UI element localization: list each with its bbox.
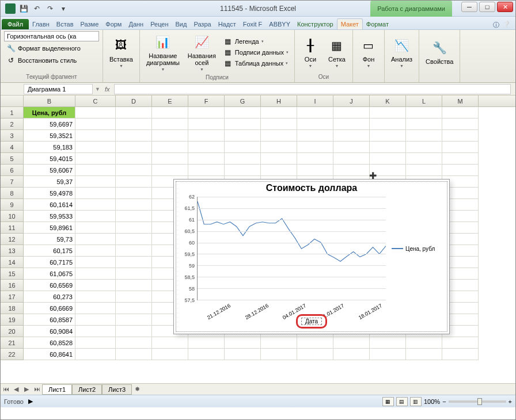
cell[interactable]: [406, 349, 442, 360]
normal-view-button[interactable]: ▦: [382, 397, 394, 406]
cell[interactable]: [261, 349, 297, 360]
cell[interactable]: [261, 165, 297, 176]
minimize-button[interactable]: ─: [461, 2, 477, 12]
cell[interactable]: 59,37: [24, 176, 75, 188]
cell[interactable]: [442, 107, 479, 119]
row-header[interactable]: 22: [1, 349, 24, 360]
row-header[interactable]: 10: [1, 211, 24, 222]
row-header[interactable]: 16: [1, 280, 24, 291]
cell[interactable]: [75, 199, 116, 211]
cell[interactable]: [75, 119, 116, 130]
zoom-out-button[interactable]: −: [442, 398, 446, 405]
cell[interactable]: [261, 130, 297, 142]
close-button[interactable]: ✕: [497, 2, 513, 12]
cell[interactable]: [75, 337, 116, 349]
cell[interactable]: [116, 245, 152, 257]
chart-element-selector[interactable]: Горизонтальная ось (ка: [4, 31, 99, 41]
cell[interactable]: [406, 107, 442, 119]
row-header[interactable]: 14: [1, 257, 24, 268]
cell[interactable]: [116, 303, 152, 314]
cell[interactable]: [406, 130, 442, 142]
format-selection-button[interactable]: 🔧Формат выделенного: [4, 43, 83, 54]
cell[interactable]: 60,6669: [24, 303, 75, 314]
cell[interactable]: [261, 119, 297, 130]
cell[interactable]: [297, 130, 333, 142]
select-all-corner[interactable]: [1, 96, 24, 106]
worksheet-grid[interactable]: BCDEFGHIJKLM 1Цена, рубл259,6697359,3521…: [1, 96, 515, 383]
cell[interactable]: [116, 268, 152, 280]
col-header-F[interactable]: F: [188, 96, 225, 106]
cell[interactable]: [333, 153, 370, 165]
cell[interactable]: [225, 107, 261, 119]
col-header-H[interactable]: H: [261, 96, 297, 106]
chart-title-text[interactable]: Стоимость доллара: [174, 180, 449, 197]
cell[interactable]: [75, 291, 116, 303]
cell[interactable]: [297, 165, 333, 176]
cell[interactable]: [333, 107, 370, 119]
cell[interactable]: [225, 349, 261, 360]
zoom-level[interactable]: 100%: [424, 398, 440, 405]
cell[interactable]: [442, 130, 479, 142]
tab-design[interactable]: Конструктор: [294, 19, 337, 29]
cell[interactable]: [116, 291, 152, 303]
cell[interactable]: 59,4978: [24, 188, 75, 199]
cell[interactable]: [116, 234, 152, 245]
row-header[interactable]: 4: [1, 142, 24, 153]
cell[interactable]: [442, 349, 479, 360]
cell[interactable]: [75, 245, 116, 257]
save-icon[interactable]: 💾: [18, 3, 29, 14]
cell[interactable]: [152, 107, 188, 119]
cell[interactable]: [297, 107, 333, 119]
cell[interactable]: [333, 165, 370, 176]
cell[interactable]: [152, 130, 188, 142]
insert-button[interactable]: 🖼 Вставка▼: [107, 35, 136, 70]
cell[interactable]: [116, 165, 152, 176]
cell[interactable]: [75, 222, 116, 234]
cell[interactable]: [333, 142, 370, 153]
cell[interactable]: [370, 119, 406, 130]
cell[interactable]: [297, 142, 333, 153]
cell[interactable]: 60,8528: [24, 337, 75, 349]
cell[interactable]: [152, 142, 188, 153]
cell[interactable]: 59,183: [24, 142, 75, 153]
chart-legend[interactable]: Цена, рубл: [392, 197, 449, 300]
embedded-chart[interactable]: Стоимость доллара 6261,56160,56059,55958…: [173, 179, 450, 334]
tab-view[interactable]: Вид: [172, 19, 191, 29]
cell[interactable]: [152, 337, 188, 349]
minimize-ribbon-icon[interactable]: ⓘ: [493, 21, 499, 29]
col-header-C[interactable]: C: [75, 96, 116, 106]
cell[interactable]: [116, 176, 152, 188]
row-header[interactable]: 9: [1, 199, 24, 211]
row-header[interactable]: 17: [1, 291, 24, 303]
cell[interactable]: Цена, рубл: [24, 107, 75, 119]
cell[interactable]: [116, 257, 152, 268]
cell[interactable]: [225, 142, 261, 153]
tab-page-layout[interactable]: Разме: [77, 19, 103, 29]
cell[interactable]: [75, 130, 116, 142]
cell[interactable]: 60,175: [24, 245, 75, 257]
legend-button[interactable]: ▦Легенда ▾: [221, 36, 291, 47]
cell[interactable]: 61,0675: [24, 268, 75, 280]
cell[interactable]: [261, 142, 297, 153]
cell[interactable]: [188, 130, 225, 142]
cell[interactable]: [152, 349, 188, 360]
cell[interactable]: [370, 142, 406, 153]
cell[interactable]: [188, 107, 225, 119]
name-box[interactable]: Диаграмма 1: [24, 84, 93, 94]
cell[interactable]: 60,273: [24, 291, 75, 303]
cell[interactable]: [442, 165, 479, 176]
cell[interactable]: [188, 349, 225, 360]
cell[interactable]: [75, 176, 116, 188]
cell[interactable]: [75, 268, 116, 280]
cell[interactable]: [370, 130, 406, 142]
cell[interactable]: [188, 142, 225, 153]
cell[interactable]: [116, 326, 152, 337]
row-header[interactable]: 15: [1, 268, 24, 280]
cell[interactable]: [116, 349, 152, 360]
tab-developer[interactable]: Разра: [190, 19, 214, 29]
cell[interactable]: [116, 119, 152, 130]
cell[interactable]: [75, 107, 116, 119]
col-header-B[interactable]: B: [24, 96, 75, 106]
cell[interactable]: [116, 280, 152, 291]
cell[interactable]: 60,8641: [24, 349, 75, 360]
